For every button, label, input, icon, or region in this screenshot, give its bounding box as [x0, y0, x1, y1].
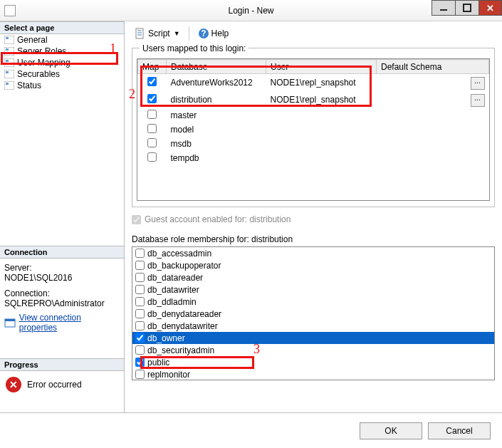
database-cell: master [167, 108, 266, 123]
maximize-button[interactable] [455, 0, 479, 16]
toolbar: Script ▼ ? Help [132, 25, 495, 42]
schema-cell [377, 123, 489, 137]
guest-checkbox [132, 215, 141, 224]
svg-rect-0 [440, 9, 447, 11]
view-connection-properties-link[interactable]: View connection properties [4, 313, 120, 333]
role-item[interactable]: db_ddladmin [132, 296, 494, 308]
mapping-row[interactable]: master [138, 108, 489, 123]
schema-cell: ... [377, 91, 489, 108]
svg-rect-10 [4, 81, 14, 90]
svg-rect-3 [6, 37, 9, 39]
role-checkbox[interactable] [135, 321, 145, 330]
schema-cell [377, 108, 489, 123]
role-checkbox[interactable] [135, 370, 145, 379]
script-label: Script [148, 28, 170, 38]
role-item[interactable]: public [132, 356, 494, 368]
role-item[interactable]: db_denydatawriter [132, 320, 494, 332]
map-checkbox[interactable] [147, 152, 157, 162]
mapping-row[interactable]: AdventureWorks2012NODE1\repl_snapshot... [138, 74, 489, 92]
cancel-button[interactable]: Cancel [428, 422, 491, 439]
nav-general[interactable]: General [0, 34, 124, 46]
roles-listbox[interactable]: db_accessadmindb_backupoperatordb_datare… [132, 246, 495, 380]
dropdown-icon: ▼ [174, 30, 180, 37]
user-cell [266, 123, 377, 137]
role-item[interactable]: replmonitor [132, 368, 494, 380]
role-checkbox[interactable] [135, 297, 145, 306]
role-item[interactable]: db_denydatareader [132, 308, 494, 320]
database-cell: model [167, 123, 266, 137]
schema-cell: ... [377, 74, 489, 92]
mapping-row[interactable]: model [138, 123, 489, 137]
role-checkbox[interactable] [135, 309, 145, 318]
user-cell: NODE1\repl_snapshot [266, 91, 377, 108]
content-panel: Script ▼ ? Help Users mapped to this log… [125, 21, 502, 412]
role-checkbox[interactable] [135, 358, 145, 367]
col-schema[interactable]: Default Schema [377, 60, 489, 74]
schema-browse-button[interactable]: ... [471, 77, 485, 90]
progress-header: Progress [0, 358, 124, 371]
role-checkbox[interactable] [135, 249, 145, 258]
roles-label: Database role membership for: distributi… [132, 234, 495, 244]
svg-rect-7 [6, 60, 9, 62]
map-checkbox[interactable] [147, 110, 157, 119]
nav-label: User Mapping [17, 58, 70, 68]
page-icon [4, 36, 14, 44]
dialog-footer: OK Cancel [0, 412, 502, 448]
svg-rect-13 [5, 319, 15, 321]
role-item[interactable]: db_securityadmin [132, 344, 494, 356]
map-checkbox[interactable] [147, 77, 157, 86]
user-cell [266, 151, 377, 165]
database-cell: msdb [167, 137, 266, 151]
nav-label: Securables [17, 69, 60, 79]
col-database[interactable]: Database [167, 60, 266, 74]
role-checkbox[interactable] [135, 261, 145, 270]
mapping-row[interactable]: distributionNODE1\repl_snapshot... [138, 91, 489, 108]
help-label: Help [211, 28, 229, 38]
role-item[interactable]: db_backupoperator [132, 259, 494, 271]
role-checkbox[interactable] [135, 285, 145, 294]
connection-header: Connection [0, 246, 124, 259]
role-checkbox[interactable] [135, 333, 145, 343]
role-label: db_backupoperator [147, 261, 221, 271]
role-item[interactable]: db_datawriter [132, 283, 494, 296]
mapping-row[interactable]: msdb [138, 137, 489, 151]
role-label: db_owner [147, 333, 185, 343]
users-mapped-label: Users mapped to this login: [140, 43, 249, 53]
role-label: public [147, 358, 169, 368]
error-icon: ✕ [6, 377, 21, 392]
map-checkbox[interactable] [147, 138, 157, 147]
nav-user-mapping[interactable]: User Mapping [0, 57, 124, 68]
map-checkbox[interactable] [147, 124, 157, 133]
nav-server-roles[interactable]: Server Roles [0, 46, 124, 57]
page-icon [4, 81, 14, 90]
ok-button[interactable]: OK [360, 422, 422, 439]
script-icon [135, 28, 146, 39]
col-user[interactable]: User [266, 60, 377, 74]
role-checkbox[interactable] [135, 273, 145, 282]
mapping-grid[interactable]: Map Database User Default Schema Adventu… [137, 58, 490, 201]
role-label: db_ddladmin [147, 297, 197, 307]
help-button[interactable]: ? Help [195, 26, 232, 41]
nav-status[interactable]: Status [0, 80, 124, 91]
nav-securables[interactable]: Securables [0, 68, 124, 80]
schema-browse-button[interactable]: ... [471, 94, 485, 107]
properties-icon [4, 317, 16, 328]
schema-cell [377, 137, 489, 151]
role-label: db_securityadmin [147, 345, 214, 355]
page-icon [4, 47, 14, 56]
server-value: NODE1\SQL2016 [4, 273, 120, 283]
role-item[interactable]: db_owner [132, 332, 494, 344]
minimize-button[interactable] [432, 0, 455, 16]
role-label: db_datawriter [147, 285, 199, 295]
map-checkbox[interactable] [147, 94, 157, 103]
mapping-row[interactable]: tempdb [138, 151, 489, 165]
role-checkbox[interactable] [135, 345, 145, 355]
select-page-header: Select a page [0, 21, 124, 34]
role-item[interactable]: db_datareader [132, 271, 494, 283]
role-item[interactable]: db_accessadmin [132, 247, 494, 259]
script-button[interactable]: Script ▼ [132, 26, 183, 41]
col-map[interactable]: Map [138, 60, 167, 74]
separator [189, 26, 189, 41]
connection-value: SQLREPRO\Administrator [4, 298, 120, 308]
close-button[interactable]: ✕ [479, 0, 502, 16]
